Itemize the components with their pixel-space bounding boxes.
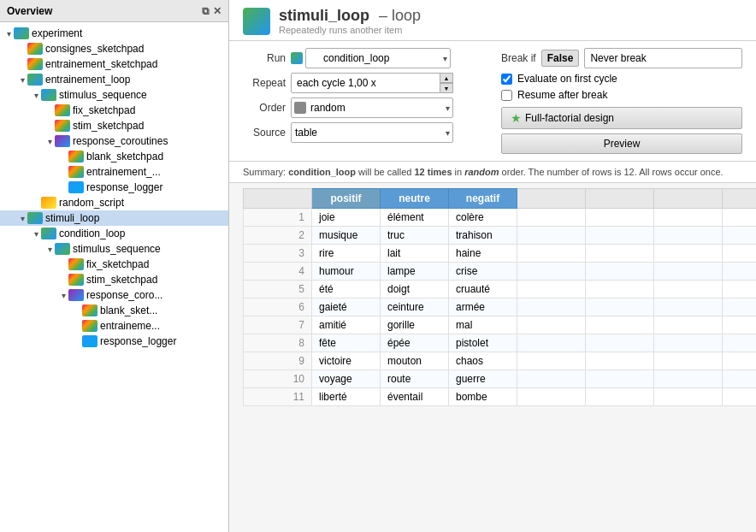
cell-positif[interactable]: victoire [312, 352, 381, 370]
cell-negatif[interactable]: trahison [449, 227, 517, 245]
row-num: 10 [244, 370, 312, 388]
resume-checkbox[interactable] [501, 90, 512, 101]
order-select-wrapper: random [291, 98, 453, 118]
label-entraineme: entraineme... [100, 320, 160, 332]
cell-neutre[interactable]: élément [381, 209, 449, 227]
sidebar-tree: ▾ experiment consignes_sketchpad entrain… [0, 22, 228, 532]
sidebar-item-random-script[interactable]: random_script [0, 195, 228, 210]
cell-extra1 [517, 281, 586, 299]
cell-negatif[interactable]: armée [449, 299, 517, 316]
cell-neutre[interactable]: ceinture [381, 299, 449, 316]
cell-positif[interactable]: fête [312, 334, 381, 352]
sidebar-item-response-coro[interactable]: ▾ response_coro... [0, 287, 228, 303]
cell-positif[interactable]: joie [312, 209, 381, 227]
sidebar-item-stimulus-sequence[interactable]: ▾ stimulus_sequence [0, 87, 228, 103]
cell-neutre[interactable]: lampe [381, 263, 449, 281]
sidebar-item-stimuli-loop[interactable]: ▾ stimuli_loop [0, 210, 228, 226]
cell-negatif[interactable]: haine [449, 245, 517, 263]
page-subtitle: Repeatedly runs another item [279, 25, 421, 35]
sidebar-item-blank-sket[interactable]: blank_sket... [0, 303, 228, 318]
cell-extra4 [723, 263, 757, 281]
row-num: 1 [244, 209, 312, 227]
cell-negatif[interactable]: guerre [449, 370, 517, 388]
cell-neutre[interactable]: truc [381, 227, 449, 245]
repeat-row: Repeat ▲ ▼ [243, 73, 484, 93]
sidebar-item-experiment[interactable]: ▾ experiment [0, 26, 228, 41]
source-select[interactable]: table [291, 122, 453, 143]
icon-entrainement-item [68, 166, 84, 178]
cell-negatif[interactable]: mal [449, 316, 517, 334]
cell-neutre[interactable]: éventail [381, 388, 449, 406]
sidebar-item-condition-loop[interactable]: ▾ condition_loop [0, 226, 228, 241]
cell-negatif[interactable]: bombe [449, 388, 517, 406]
cell-extra1 [517, 299, 586, 316]
evaluate-checkbox[interactable] [501, 74, 512, 85]
label-response-logger: response_logger [86, 181, 162, 193]
table-row: 1 joie élément colère [244, 209, 757, 227]
label-blank-sketchpad: blank_sketchpad [86, 151, 163, 163]
restore-icon[interactable]: ⧉ [202, 5, 210, 17]
break-if-label: Break if [501, 52, 536, 64]
page-title: stimuli_loop – loop [279, 7, 421, 25]
cell-negatif[interactable]: pistolet [449, 334, 517, 352]
col-positif: positif [312, 189, 381, 209]
cell-positif[interactable]: gaieté [312, 299, 381, 316]
resume-label: Resume after break [517, 89, 607, 101]
cell-negatif[interactable]: cruauté [449, 281, 517, 299]
sidebar-item-fix-sketchpad2[interactable]: fix_sketchpad [0, 257, 228, 272]
icon-experiment [14, 27, 29, 39]
icon-consignes-sketchpad [27, 43, 43, 55]
cell-negatif[interactable]: crise [449, 263, 517, 281]
label-consignes-sketchpad: consignes_sketchpad [45, 43, 144, 55]
cell-positif[interactable]: voyage [312, 370, 381, 388]
title-name: stimuli_loop [279, 7, 369, 24]
full-factorial-button[interactable]: ★ Full-factorial design [501, 107, 742, 129]
sidebar-item-entrainement-item[interactable]: entrainement_... [0, 164, 228, 180]
arrow-stimulus-sequence: ▾ [31, 91, 41, 100]
repeat-spin-down[interactable]: ▼ [440, 83, 453, 93]
cell-negatif[interactable]: colère [449, 209, 517, 227]
cell-neutre[interactable]: épée [381, 334, 449, 352]
preview-button[interactable]: Preview [501, 133, 742, 154]
close-icon[interactable]: ✕ [213, 5, 221, 17]
icon-stimuli-loop [27, 212, 43, 224]
sidebar-item-response-logger2[interactable]: response_logger [0, 334, 228, 349]
sidebar-item-stim-sketchpad2[interactable]: stim_sketchpad [0, 272, 228, 287]
run-select[interactable]: condition_loop [305, 48, 451, 68]
cell-positif[interactable]: liberté [312, 388, 381, 406]
cell-extra4 [723, 388, 757, 406]
cell-neutre[interactable]: doigt [381, 281, 449, 299]
cell-positif[interactable]: été [312, 281, 381, 299]
break-input[interactable] [584, 48, 742, 68]
summary-count: 12 times [415, 167, 452, 177]
sidebar-item-blank-sketchpad[interactable]: blank_sketchpad [0, 149, 228, 164]
label-condition-loop: condition_loop [59, 228, 125, 239]
table-row: 7 amitié gorille mal [244, 316, 757, 334]
sidebar-item-consignes-sketchpad[interactable]: consignes_sketchpad [0, 41, 228, 56]
cell-positif[interactable]: musique [312, 227, 381, 245]
order-select[interactable]: random [291, 98, 453, 118]
icon-condition-loop [41, 228, 56, 239]
cell-neutre[interactable]: gorille [381, 316, 449, 334]
cell-positif[interactable]: rire [312, 245, 381, 263]
cell-neutre[interactable]: mouton [381, 352, 449, 370]
repeat-input[interactable] [291, 73, 453, 93]
repeat-spin-up[interactable]: ▲ [440, 73, 453, 83]
sidebar-item-stim-sketchpad[interactable]: stim_sketchpad [0, 118, 228, 133]
sidebar-item-entrainement-loop[interactable]: ▾ entrainement_loop [0, 72, 228, 87]
cell-neutre[interactable]: route [381, 370, 449, 388]
sidebar-item-entrainement-sketchpad[interactable]: entrainement_sketchpad [0, 56, 228, 72]
sidebar-item-response-logger[interactable]: response_logger [0, 180, 228, 195]
title-bar: stimuli_loop – loop Repeatedly runs anot… [229, 0, 756, 41]
col-extra2 [586, 189, 654, 209]
summary-item-name: condition_loop [288, 167, 356, 177]
sidebar-item-fix-sketchpad[interactable]: fix_sketchpad [0, 103, 228, 118]
sidebar-item-stimulus-sequence2[interactable]: ▾ stimulus_sequence [0, 241, 228, 257]
sidebar-item-response-coroutines[interactable]: ▾ response_coroutines [0, 133, 228, 149]
sidebar-item-entraineme[interactable]: entraineme... [0, 318, 228, 334]
cell-neutre[interactable]: lait [381, 245, 449, 263]
cell-positif[interactable]: amitié [312, 316, 381, 334]
cell-negatif[interactable]: chaos [449, 352, 517, 370]
cell-positif[interactable]: humour [312, 263, 381, 281]
table-container[interactable]: positif neutre negatif 1 joie élément co… [229, 183, 756, 532]
